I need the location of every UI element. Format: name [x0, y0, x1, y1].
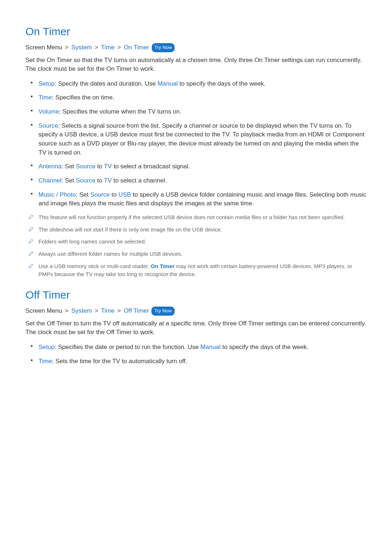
- item-label: Time: [38, 94, 52, 101]
- item-text: to specify the days of the week.: [221, 344, 309, 350]
- pencil-icon: [28, 226, 34, 232]
- breadcrumb-separator: >: [117, 44, 121, 51]
- try-now-badge[interactable]: Try Now: [152, 43, 175, 52]
- breadcrumb-on-timer: Screen Menu > System > Time > On Timer T…: [25, 43, 367, 52]
- item-label: Volume: [38, 108, 59, 115]
- item-text: : Set: [61, 163, 76, 170]
- list-item: Volume: Specifies the volume when the TV…: [25, 107, 367, 116]
- item-text: : Set: [61, 177, 76, 184]
- note-item: Folders with long names cannot be select…: [25, 238, 367, 246]
- note-text: Always use different folder names for mu…: [38, 251, 183, 257]
- item-inline-key: Manual: [200, 344, 221, 350]
- bullet-list-on-timer: Setup: Specify the dates and duration. U…: [25, 79, 367, 208]
- note-item: This feature will not function properly …: [25, 213, 367, 221]
- item-text: : Specify the dates and duration. Use: [54, 80, 158, 87]
- breadcrumb-part-system[interactable]: System: [72, 307, 92, 314]
- breadcrumb-part-on-timer[interactable]: On Timer: [124, 44, 149, 51]
- pencil-icon: [28, 263, 34, 268]
- list-item: Channel: Set Source to TV to select a ch…: [25, 176, 367, 185]
- breadcrumb-separator: >: [95, 44, 98, 51]
- note-text: Folders with long names cannot be select…: [38, 238, 146, 245]
- pencil-icon: [28, 238, 34, 244]
- breadcrumb-separator: >: [95, 307, 98, 314]
- breadcrumb-off-timer: Screen Menu > System > Time > Off Timer …: [25, 306, 367, 316]
- item-text: : Set: [76, 191, 90, 198]
- note-item: Use a USB memory stick or multi-card rea…: [25, 262, 367, 278]
- note-item: Always use different folder names for mu…: [25, 250, 367, 258]
- list-item: Time: Specifies the on time.: [25, 93, 367, 102]
- list-item: Music / Photo: Set Source to USB to spec…: [25, 190, 367, 208]
- item-inline-key: Source: [76, 177, 95, 184]
- breadcrumb-part-off-timer[interactable]: Off Timer: [124, 307, 149, 314]
- breadcrumb-prefix: Screen Menu: [25, 307, 62, 314]
- note-item: The slideshow will not start if there is…: [25, 226, 367, 234]
- item-inline-key: Source: [90, 191, 110, 198]
- item-text: : Specifies the on time.: [52, 94, 114, 101]
- item-label: Time: [38, 358, 52, 365]
- note-text: Use a USB memory stick or multi-card rea…: [38, 263, 151, 269]
- item-inline-key: TV: [104, 163, 112, 170]
- item-text: to: [110, 191, 119, 198]
- bullet-list-off-timer: Setup: Specifies the date or period to r…: [25, 343, 367, 366]
- page: On Timer Screen Menu > System > Time > O…: [0, 0, 392, 393]
- item-text: : Specifies the date or period to run th…: [54, 344, 200, 350]
- item-label: Setup: [38, 80, 54, 87]
- item-text: to select a broadcast signal.: [112, 163, 190, 170]
- breadcrumb-part-system[interactable]: System: [72, 44, 92, 51]
- item-text: to: [95, 177, 104, 184]
- list-item: Setup: Specifies the date or period to r…: [25, 343, 367, 352]
- list-item: Antenna: Set Source to TV to select a br…: [25, 162, 367, 171]
- breadcrumb-part-time[interactable]: Time: [101, 44, 114, 51]
- item-text: : Specifies the volume when the TV turns…: [59, 108, 181, 115]
- item-inline-key: Source: [76, 163, 95, 170]
- item-inline-key: TV: [104, 177, 112, 184]
- list-item: Setup: Specify the dates and duration. U…: [25, 79, 367, 89]
- breadcrumb-separator: >: [117, 307, 121, 314]
- pencil-icon: [28, 214, 34, 219]
- breadcrumb-prefix: Screen Menu: [25, 44, 62, 51]
- list-item: Time: Sets the time for the TV to automa…: [25, 357, 367, 366]
- breadcrumb-separator: >: [65, 44, 69, 51]
- notes-list-on-timer: This feature will not function properly …: [25, 213, 367, 278]
- section-description: Set the Off Timer to turn the TV off aut…: [25, 319, 367, 337]
- note-text: The slideshow will not start if there is…: [38, 226, 222, 233]
- item-label: Music / Photo: [38, 191, 76, 198]
- item-text: to specify the days of the week.: [178, 80, 266, 87]
- section-title-off-timer: Off Timer: [25, 289, 367, 301]
- section-description: Set the On Timer so that the TV turns on…: [25, 56, 367, 74]
- try-now-badge[interactable]: Try Now: [151, 307, 175, 316]
- note-inline-key: On Timer: [151, 263, 175, 269]
- item-label: Channel: [38, 177, 61, 184]
- item-label: Source: [38, 122, 58, 129]
- item-text: : Sets the time for the TV to automatica…: [52, 358, 187, 365]
- item-label: Antenna: [38, 163, 61, 170]
- item-label: Setup: [38, 344, 54, 350]
- breadcrumb-separator: >: [65, 307, 69, 314]
- section-title-on-timer: On Timer: [25, 25, 367, 38]
- item-text: to: [95, 163, 104, 170]
- item-inline-key: Manual: [158, 80, 178, 87]
- pencil-icon: [28, 250, 34, 256]
- item-text: to select a channel.: [112, 177, 167, 184]
- list-item: Source: Selects a signal source from the…: [25, 122, 367, 157]
- item-inline-key: USB: [118, 191, 131, 198]
- note-text: This feature will not function properly …: [38, 214, 345, 220]
- breadcrumb-part-time[interactable]: Time: [101, 307, 114, 314]
- item-text: : Selects a signal source from the list.…: [38, 122, 364, 156]
